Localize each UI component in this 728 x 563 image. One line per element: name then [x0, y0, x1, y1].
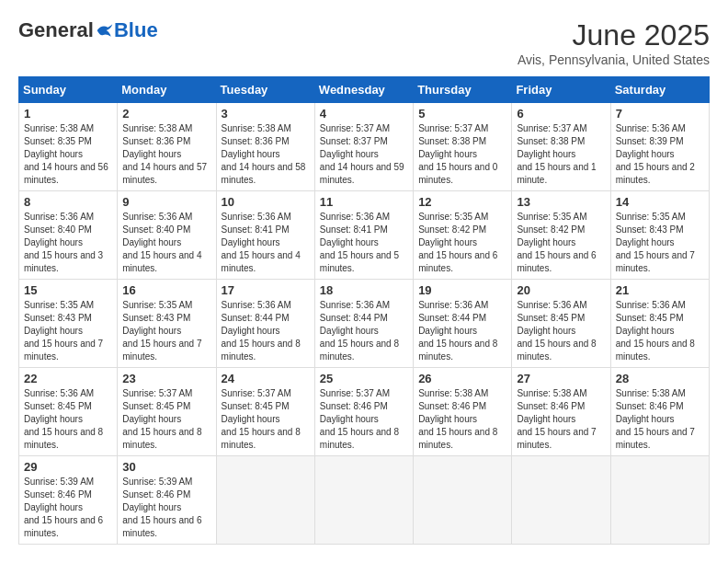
calendar-day-14: 14 Sunrise: 5:35 AM Sunset: 8:43 PM Dayl…	[610, 191, 709, 280]
logo-bird-icon	[96, 22, 114, 39]
calendar-day-13: 13 Sunrise: 5:35 AM Sunset: 8:42 PM Dayl…	[512, 191, 610, 280]
day-number: 2	[122, 107, 210, 121]
calendar-day-16: 16 Sunrise: 5:35 AM Sunset: 8:43 PM Dayl…	[118, 280, 216, 368]
day-number: 1	[24, 107, 112, 121]
day-info: Sunrise: 5:37 AM Sunset: 8:45 PM Dayligh…	[122, 387, 210, 452]
day-number: 25	[320, 372, 408, 385]
day-info: Sunrise: 5:36 AM Sunset: 8:39 PM Dayligh…	[616, 122, 704, 187]
day-info: Sunrise: 5:36 AM Sunset: 8:41 PM Dayligh…	[222, 211, 310, 275]
logo-blue: Blue	[114, 18, 158, 42]
empty-cell	[414, 456, 512, 545]
day-info: Sunrise: 5:36 AM Sunset: 8:45 PM Dayligh…	[517, 299, 605, 363]
calendar-day-6: 6 Sunrise: 5:37 AM Sunset: 8:38 PM Dayli…	[512, 103, 610, 191]
calendar-day-29: 29 Sunrise: 5:39 AM Sunset: 8:46 PM Dayl…	[19, 456, 118, 545]
day-number: 13	[517, 195, 605, 209]
calendar-day-15: 15 Sunrise: 5:35 AM Sunset: 8:43 PM Dayl…	[19, 280, 118, 368]
empty-cell	[216, 456, 314, 545]
calendar-day-24: 24 Sunrise: 5:37 AM Sunset: 8:45 PM Dayl…	[216, 368, 314, 456]
calendar-day-9: 9 Sunrise: 5:36 AM Sunset: 8:40 PM Dayli…	[118, 191, 216, 280]
weekday-header-row: SundayMondayTuesdayWednesdayThursdayFrid…	[19, 77, 710, 103]
day-number: 17	[222, 283, 310, 297]
day-info: Sunrise: 5:39 AM Sunset: 8:46 PM Dayligh…	[24, 476, 112, 540]
calendar-day-28: 28 Sunrise: 5:38 AM Sunset: 8:46 PM Dayl…	[610, 368, 709, 456]
day-number: 3	[222, 107, 310, 121]
weekday-header-wednesday: Wednesday	[314, 77, 413, 103]
day-info: Sunrise: 5:35 AM Sunset: 8:42 PM Dayligh…	[418, 211, 506, 275]
day-info: Sunrise: 5:35 AM Sunset: 8:43 PM Dayligh…	[122, 299, 210, 363]
empty-cell	[512, 456, 610, 545]
empty-cell	[314, 456, 413, 545]
day-number: 15	[24, 283, 112, 297]
day-info: Sunrise: 5:36 AM Sunset: 8:44 PM Dayligh…	[418, 299, 506, 363]
day-info: Sunrise: 5:38 AM Sunset: 8:35 PM Dayligh…	[24, 122, 112, 187]
day-number: 28	[616, 372, 704, 385]
weekday-header-saturday: Saturday	[610, 77, 709, 103]
calendar-day-1: 1 Sunrise: 5:38 AM Sunset: 8:35 PM Dayli…	[19, 103, 118, 191]
day-number: 12	[418, 195, 506, 209]
calendar-day-27: 27 Sunrise: 5:38 AM Sunset: 8:46 PM Dayl…	[512, 368, 610, 456]
day-info: Sunrise: 5:36 AM Sunset: 8:44 PM Dayligh…	[320, 299, 408, 363]
calendar-week-row: 15 Sunrise: 5:35 AM Sunset: 8:43 PM Dayl…	[19, 280, 710, 368]
day-info: Sunrise: 5:36 AM Sunset: 8:40 PM Dayligh…	[24, 211, 112, 275]
day-info: Sunrise: 5:35 AM Sunset: 8:43 PM Dayligh…	[616, 211, 704, 275]
day-info: Sunrise: 5:36 AM Sunset: 8:45 PM Dayligh…	[616, 299, 704, 363]
calendar-day-8: 8 Sunrise: 5:36 AM Sunset: 8:40 PM Dayli…	[19, 191, 118, 280]
day-info: Sunrise: 5:38 AM Sunset: 8:46 PM Dayligh…	[517, 387, 605, 452]
calendar-week-row: 1 Sunrise: 5:38 AM Sunset: 8:35 PM Dayli…	[19, 103, 710, 191]
day-info: Sunrise: 5:39 AM Sunset: 8:46 PM Dayligh…	[122, 476, 210, 540]
day-number: 11	[320, 195, 408, 209]
weekday-header-thursday: Thursday	[414, 77, 512, 103]
day-info: Sunrise: 5:35 AM Sunset: 8:43 PM Dayligh…	[24, 299, 112, 363]
calendar-day-19: 19 Sunrise: 5:36 AM Sunset: 8:44 PM Dayl…	[414, 280, 512, 368]
calendar-day-26: 26 Sunrise: 5:38 AM Sunset: 8:46 PM Dayl…	[414, 368, 512, 456]
day-info: Sunrise: 5:36 AM Sunset: 8:44 PM Dayligh…	[222, 299, 310, 363]
day-number: 20	[517, 283, 605, 297]
weekday-header-monday: Monday	[118, 77, 216, 103]
day-number: 30	[122, 460, 210, 474]
day-number: 9	[122, 195, 210, 209]
day-number: 6	[517, 107, 605, 121]
weekday-header-sunday: Sunday	[19, 77, 118, 103]
weekday-header-friday: Friday	[512, 77, 610, 103]
day-info: Sunrise: 5:36 AM Sunset: 8:45 PM Dayligh…	[24, 387, 112, 452]
calendar-day-10: 10 Sunrise: 5:36 AM Sunset: 8:41 PM Dayl…	[216, 191, 314, 280]
day-number: 21	[616, 283, 704, 297]
logo: General Blue	[18, 18, 158, 42]
day-info: Sunrise: 5:37 AM Sunset: 8:38 PM Dayligh…	[418, 122, 506, 187]
day-info: Sunrise: 5:38 AM Sunset: 8:46 PM Dayligh…	[616, 387, 704, 452]
calendar-day-5: 5 Sunrise: 5:37 AM Sunset: 8:38 PM Dayli…	[414, 103, 512, 191]
calendar-day-18: 18 Sunrise: 5:36 AM Sunset: 8:44 PM Dayl…	[314, 280, 413, 368]
day-info: Sunrise: 5:37 AM Sunset: 8:38 PM Dayligh…	[517, 122, 605, 187]
calendar-day-22: 22 Sunrise: 5:36 AM Sunset: 8:45 PM Dayl…	[19, 368, 118, 456]
calendar-day-20: 20 Sunrise: 5:36 AM Sunset: 8:45 PM Dayl…	[512, 280, 610, 368]
calendar-day-7: 7 Sunrise: 5:36 AM Sunset: 8:39 PM Dayli…	[610, 103, 709, 191]
calendar-day-2: 2 Sunrise: 5:38 AM Sunset: 8:36 PM Dayli…	[118, 103, 216, 191]
calendar-table: SundayMondayTuesdayWednesdayThursdayFrid…	[18, 76, 710, 545]
day-info: Sunrise: 5:38 AM Sunset: 8:46 PM Dayligh…	[418, 387, 506, 452]
calendar-day-23: 23 Sunrise: 5:37 AM Sunset: 8:45 PM Dayl…	[118, 368, 216, 456]
title-area: June 2025 Avis, Pennsylvania, United Sta…	[518, 18, 710, 67]
day-number: 8	[24, 195, 112, 209]
day-number: 26	[418, 372, 506, 385]
day-number: 4	[320, 107, 408, 121]
day-info: Sunrise: 5:35 AM Sunset: 8:42 PM Dayligh…	[517, 211, 605, 275]
calendar-day-21: 21 Sunrise: 5:36 AM Sunset: 8:45 PM Dayl…	[610, 280, 709, 368]
day-number: 14	[616, 195, 704, 209]
calendar-day-17: 17 Sunrise: 5:36 AM Sunset: 8:44 PM Dayl…	[216, 280, 314, 368]
calendar-day-25: 25 Sunrise: 5:37 AM Sunset: 8:46 PM Dayl…	[314, 368, 413, 456]
calendar-week-row: 22 Sunrise: 5:36 AM Sunset: 8:45 PM Dayl…	[19, 368, 710, 456]
calendar-day-12: 12 Sunrise: 5:35 AM Sunset: 8:42 PM Dayl…	[414, 191, 512, 280]
day-number: 18	[320, 283, 408, 297]
calendar-day-11: 11 Sunrise: 5:36 AM Sunset: 8:41 PM Dayl…	[314, 191, 413, 280]
day-number: 27	[517, 372, 605, 385]
day-info: Sunrise: 5:36 AM Sunset: 8:40 PM Dayligh…	[122, 211, 210, 275]
day-info: Sunrise: 5:36 AM Sunset: 8:41 PM Dayligh…	[320, 211, 408, 275]
location: Avis, Pennsylvania, United States	[518, 52, 710, 67]
day-number: 19	[418, 283, 506, 297]
weekday-header-tuesday: Tuesday	[216, 77, 314, 103]
calendar-day-3: 3 Sunrise: 5:38 AM Sunset: 8:36 PM Dayli…	[216, 103, 314, 191]
calendar-week-row: 29 Sunrise: 5:39 AM Sunset: 8:46 PM Dayl…	[19, 456, 710, 545]
day-number: 7	[616, 107, 704, 121]
day-info: Sunrise: 5:37 AM Sunset: 8:46 PM Dayligh…	[320, 387, 408, 452]
calendar-day-30: 30 Sunrise: 5:39 AM Sunset: 8:46 PM Dayl…	[118, 456, 216, 545]
